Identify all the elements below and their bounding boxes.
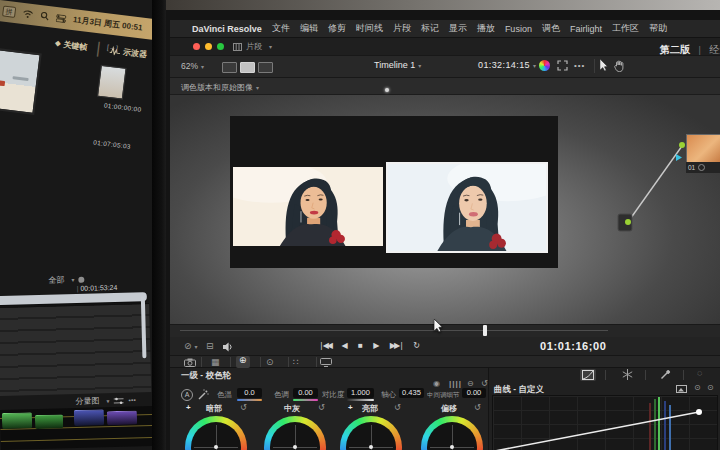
gang-channels-icon[interactable]: ⊙ (707, 383, 714, 392)
chevron-down-icon: ▾ (71, 276, 74, 283)
reset-gamma-icon[interactable]: ↺ (318, 403, 325, 412)
menu-clip[interactable]: 片段 (393, 22, 411, 35)
reset-palette-icon[interactable]: ↺ (481, 379, 488, 388)
auto-balance-icon[interactable]: A (181, 389, 193, 401)
param-temp-label: 色温 (217, 390, 232, 400)
color-wheels-icon-selected[interactable]: ⊕ (236, 356, 250, 368)
menu-help[interactable]: 帮助 (649, 22, 667, 35)
wheels-mode-target-icon[interactable]: ◉ (433, 379, 440, 388)
scope-options-icon[interactable]: ••• (128, 396, 136, 403)
param-tint-value[interactable]: 0.00 (293, 388, 318, 398)
close-window-button[interactable] (193, 43, 200, 50)
menu-fairlight[interactable]: Fairlight (570, 24, 602, 34)
reset-gain-icon[interactable]: ↺ (394, 403, 401, 412)
primaries-bars-icon[interactable]: |||| (449, 379, 462, 388)
gamma-wheel-handle[interactable] (293, 445, 297, 449)
loop-button[interactable]: ↻ (413, 339, 420, 352)
param-pivot-value[interactable]: 0.435 (399, 388, 424, 398)
offset-wheel-handle[interactable] (450, 445, 454, 449)
menu-edit[interactable]: 编辑 (300, 22, 318, 35)
strip-divider (201, 357, 202, 367)
param-temp-value[interactable]: 0.0 (237, 388, 262, 398)
proxy-mode-dropdown[interactable]: ⊘▾ (184, 341, 198, 351)
white-balance-picker-icon[interactable] (198, 389, 209, 400)
playhead-marker[interactable] (483, 325, 487, 336)
expand-viewer-icon[interactable] (557, 60, 568, 71)
hand-tool-icon[interactable] (614, 60, 625, 72)
curves-tab-icon-selected[interactable] (580, 369, 596, 381)
qualifier-icon[interactable] (622, 369, 633, 380)
contrast-gradient-underline (347, 399, 374, 401)
scope-type-dropdown[interactable]: 分量图 (75, 395, 99, 407)
menu-timeline[interactable]: 时间线 (356, 22, 383, 35)
gain-wheel-handle[interactable] (369, 445, 373, 449)
menu-trim[interactable]: 修剪 (328, 22, 346, 35)
track-filter-dropdown[interactable]: 全部 (48, 274, 64, 285)
scope-waveform-green (2, 412, 32, 429)
param-contrast-value[interactable]: 1.000 (347, 388, 374, 398)
go-to-start-button[interactable]: ❘◀◀ (318, 339, 331, 352)
node-label-bar[interactable]: 01 (686, 162, 720, 173)
scope-waveform-purple (107, 410, 137, 425)
step-back-button[interactable]: ◀ (341, 339, 347, 352)
eyedropper-icon[interactable] (660, 369, 671, 380)
tint-gradient-underline (293, 399, 318, 401)
app-name-menu[interactable]: DaVinci Resolve (192, 24, 262, 34)
keyframe-lanes[interactable] (0, 303, 151, 396)
split-view-button[interactable] (258, 62, 273, 73)
reset-offset-icon[interactable]: ↺ (474, 403, 481, 412)
curve-control-point[interactable] (696, 409, 702, 415)
play-button[interactable]: ▶ (373, 339, 379, 352)
gang-channels-icon[interactable]: ⊙ (694, 383, 701, 392)
wipe-mode-dropdown[interactable]: 调色版本和原始图像▾ (181, 82, 259, 93)
zoom-window-button[interactable] (217, 43, 224, 50)
param-contrast-label: 对比度 (322, 390, 345, 400)
pointer-tool-icon[interactable] (600, 59, 609, 72)
video-frame-graded[interactable] (233, 167, 383, 246)
keyframe-dot-icon[interactable] (78, 276, 84, 282)
clips-toggle[interactable]: 片段▾ (233, 41, 272, 52)
custom-curve-line[interactable] (493, 396, 717, 450)
reset-lift-icon[interactable]: ↺ (240, 403, 247, 412)
video-frame-original-selected[interactable] (386, 162, 548, 253)
gain-picker-icon[interactable]: + (348, 403, 353, 412)
viewer-zoom-dropdown[interactable]: 62%▾ (181, 61, 204, 71)
menu-mark[interactable]: 标记 (421, 22, 439, 35)
camera-raw-icon[interactable] (184, 358, 196, 367)
audio-mute-icon[interactable] (223, 342, 234, 352)
stop-button[interactable]: ■ (358, 339, 363, 352)
color-viewer-mode-icon[interactable] (539, 60, 550, 71)
menu-file[interactable]: 文件 (272, 22, 290, 35)
color-match-icon[interactable]: ▦ (211, 357, 220, 367)
viewer-timecode-dropdown[interactable]: 01:32:14:15▾ (478, 60, 536, 70)
left-monitor: 拼 11月3日 周五 00:51 ◆关键帧 | 示波器 [→] 01:00:00… (0, 0, 152, 450)
viewer-options-icon[interactable]: ••• (574, 61, 585, 70)
motion-effects-icon[interactable] (320, 358, 332, 367)
hdr-wheels-icon[interactable]: ⊙ (266, 357, 274, 367)
rgb-mixer-icon[interactable]: ∷ (293, 357, 299, 367)
single-clip-view-button[interactable] (222, 62, 237, 73)
param-midtone-detail-value[interactable]: 0.00 (462, 388, 486, 398)
menu-workspace[interactable]: 工作区 (612, 22, 639, 35)
curve-graph[interactable] (492, 395, 718, 450)
temp-gradient-underline (237, 399, 262, 401)
unmix-icon[interactable]: ⊟ (206, 341, 214, 351)
thumbnail-view-button[interactable] (240, 62, 255, 73)
scope-settings-icon[interactable] (113, 396, 124, 404)
menu-fusion[interactable]: Fusion (505, 24, 532, 34)
timeline-dropdown[interactable]: Timeline 1▾ (374, 60, 421, 70)
lift-picker-icon[interactable]: + (186, 403, 191, 412)
minimize-window-button[interactable] (205, 43, 212, 50)
curve-picture-icon[interactable] (676, 385, 687, 393)
lift-wheel-handle[interactable] (214, 445, 218, 449)
node-thumbnail[interactable] (686, 134, 720, 163)
menu-view[interactable]: 显示 (449, 22, 467, 35)
menu-color[interactable]: 调色 (542, 22, 560, 35)
menu-playback[interactable]: 播放 (477, 22, 495, 35)
strip-divider (316, 357, 317, 367)
strip-divider (605, 370, 606, 380)
power-window-icon[interactable]: ◌ (697, 368, 702, 378)
go-to-end-button[interactable]: ▶▶❘ (390, 339, 403, 352)
zoom-out-icon[interactable]: ⊖ (467, 379, 474, 388)
node-circle-icon (698, 164, 705, 171)
